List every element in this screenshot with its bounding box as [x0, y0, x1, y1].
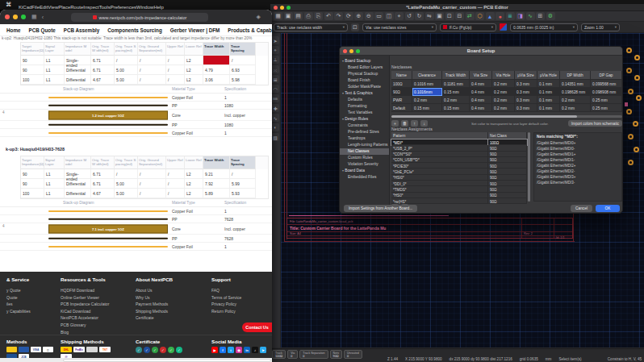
left-toolbar-icon[interactable]: ◠ [271, 85, 279, 93]
netclass-row[interactable]: 90Ω0.1016mm0.15 mm 0.4 mm0.2 mm0.3 mm 0.… [391, 88, 622, 96]
tree-item[interactable]: Net Classes [340, 148, 389, 155]
toolbar-icon[interactable]: ▭ [374, 12, 383, 20]
toolbar-icon[interactable]: ⬡ [475, 12, 484, 20]
netclass-row[interactable]: PWR0.2 mm0.2 mm 0.4 mm0.2 mm0.3 mm 0.1 m… [391, 96, 622, 104]
social-icon[interactable]: f [220, 347, 226, 353]
add-netclass-button[interactable]: ＋ [391, 120, 399, 127]
toolbar-icon[interactable]: ↻ [415, 12, 424, 20]
nav-link[interactable]: PCB Assembly [64, 27, 100, 33]
tree-item[interactable]: Teardrops [340, 135, 389, 142]
table-row[interactable]: 90L1Differential 6.715.00/ /L27.92 5.99 [21, 179, 268, 189]
assignment-row[interactable]: *PCIE30*90Ω [391, 163, 527, 169]
left-toolbar-icon[interactable]: ⊞ [271, 75, 279, 83]
tree-item[interactable]: Solder Mask/Paste [340, 84, 389, 90]
assignment-row[interactable]: *GbE_PCIe*90Ω [391, 169, 527, 174]
table-row[interactable]: 100L1Differential 4.675.00/ /L23.06 5.98 [21, 75, 268, 85]
scrollbar-thumb[interactable] [63, 359, 271, 362]
toolbar-icon[interactable]: ≣ [506, 12, 515, 20]
assignments-vscrollbar[interactable] [528, 132, 530, 202]
sidebar-toggle-icon[interactable]: ▦ [31, 14, 37, 20]
toolbar-icon[interactable]: ⊖ [365, 12, 374, 20]
left-toolbar-icon[interactable]: ㎜ [271, 94, 279, 102]
social-icon[interactable]: t [228, 347, 234, 353]
maximize-window-button[interactable] [21, 15, 26, 19]
toolbar-icon[interactable]: ↺ [405, 12, 414, 20]
maximize-window-button[interactable] [286, 6, 291, 10]
footer-link[interactable]: y Quote [6, 287, 31, 294]
toolbar-icon[interactable]: ⟳ [345, 12, 353, 20]
footer-link[interactable]: FAQ [211, 287, 241, 294]
move-up-button[interactable]: ↑ [411, 120, 418, 127]
auto-track-width-toggle[interactable]: ⊡ [351, 23, 359, 31]
assignment-row[interactable]: *TMDS*90Ω [391, 186, 527, 192]
toolbar-icon[interactable]: ▣ [284, 12, 293, 20]
footer-link[interactable]: KiCad Download [61, 308, 109, 315]
assignment-row[interactable]: *CON**S0*90Ω [391, 152, 527, 157]
left-toolbar-icon[interactable]: ⟂ [271, 56, 279, 64]
move-down-button[interactable]: ↓ [420, 120, 428, 127]
tree-item[interactable]: Pre-defined Sizes [340, 129, 389, 135]
layer-pair-indicator-icon[interactable] [500, 23, 507, 31]
toolbar-icon[interactable]: ▤ [294, 12, 303, 20]
toolbar-icon[interactable]: ⌖ [395, 12, 404, 20]
tree-item[interactable]: Constraints [340, 123, 389, 129]
horizontal-scrollbar[interactable] [0, 358, 272, 362]
zoom-dropdown[interactable]: Zoom 1.00▾ [581, 23, 620, 31]
grid-dropdown[interactable]: 0.0635 mm (0.0025 in)▾ [510, 23, 578, 31]
import-settings-button[interactable]: Import Settings from Another Board... [344, 205, 417, 212]
tree-item[interactable]: Text Variables [340, 110, 389, 116]
social-icon[interactable]: ♪ [252, 347, 258, 353]
table-row[interactable]: 90L1Differential 6.715.00/ /L24.79 6.93 [21, 65, 268, 75]
apple-menu-icon[interactable]: ⌘ [6, 2, 11, 8]
toolbar-icon[interactable]: ⊕ [354, 12, 363, 20]
footer-link[interactable]: Quote [6, 294, 31, 302]
layer-selector-dropdown[interactable]: F.Cu (PgUp)▾ [440, 23, 496, 31]
assignment-row[interactable]: *USB_2_P*90Ω [391, 145, 527, 151]
ok-button[interactable]: OK [596, 205, 620, 212]
left-toolbar-icon[interactable]: ✚ [271, 104, 279, 112]
cancel-button[interactable]: Cancel [571, 205, 592, 212]
tree-item[interactable]: Board Stackup [340, 58, 389, 64]
minimize-window-button[interactable] [13, 15, 18, 19]
toolbar-icon[interactable]: ↶ [324, 12, 333, 20]
footer-link[interactable]: PCB Glossary [61, 322, 109, 329]
tree-item[interactable]: Violation Severity [340, 161, 389, 168]
toolbar-icon[interactable]: ⇄ [466, 12, 475, 20]
footer-link[interactable]: Return Policy [211, 308, 241, 315]
shield-icon[interactable]: ◈ [257, 14, 261, 20]
footer-link[interactable]: PCB Impedance Calculator [61, 301, 109, 308]
footer-link[interactable]: NextPCB Accelerator [61, 314, 109, 322]
toolbar-icon[interactable]: ⚙ [546, 12, 555, 20]
tree-item[interactable]: Design Rules [340, 116, 389, 123]
close-window-button[interactable] [5, 15, 10, 19]
toolbar-icon[interactable]: ∿ [526, 12, 535, 20]
tree-item[interactable]: Custom Rules [340, 155, 389, 161]
toolbar-icon[interactable]: ◨ [516, 12, 525, 20]
import-colors-button[interactable]: Import colors from schematic [568, 120, 622, 127]
footer-link[interactable]: HQDFM Download [61, 287, 109, 294]
social-icon[interactable]: ➤ [260, 347, 266, 353]
nav-link[interactable]: Gerber Viewer | DFM [170, 27, 220, 33]
footer-link[interactable]: iles [6, 301, 31, 308]
track-width-dropdown[interactable]: Track: use netclass width▾ [274, 23, 348, 31]
toolbar-icon[interactable]: ⎙ [304, 12, 313, 20]
footer-link[interactable]: y Capabilities [6, 308, 31, 315]
close-window-button[interactable] [274, 6, 278, 10]
toolbar-icon[interactable]: ⎘ [314, 12, 323, 20]
footer-link[interactable]: Privacy Policy [211, 301, 241, 308]
table-row[interactable]: 100L1Differential 4.675.00/ /L25.89 5.93 [21, 189, 268, 198]
footer-link[interactable]: Shipping Methods [136, 308, 173, 315]
dialog-maximize-button[interactable] [356, 49, 360, 53]
dialog-minimize-button[interactable] [349, 49, 353, 53]
assignment-row[interactable]: *DDI_0*90Ω [391, 181, 527, 186]
left-toolbar-icon[interactable]: ∿ [271, 114, 279, 122]
dialog-close-button[interactable] [343, 49, 347, 53]
toolbar-icon[interactable]: ⊡ [445, 12, 454, 20]
tree-item[interactable]: Formatting [340, 103, 389, 110]
netclasses-hscrollbar[interactable] [391, 115, 622, 118]
left-toolbar-icon[interactable]: ⁙ [271, 65, 279, 73]
tree-item[interactable]: Defaults [340, 97, 389, 103]
left-toolbar-icon[interactable]: ▧ [271, 133, 279, 141]
tree-item[interactable]: Text & Graphics [340, 90, 389, 97]
left-toolbar-icon[interactable]: ◐ [271, 123, 279, 131]
